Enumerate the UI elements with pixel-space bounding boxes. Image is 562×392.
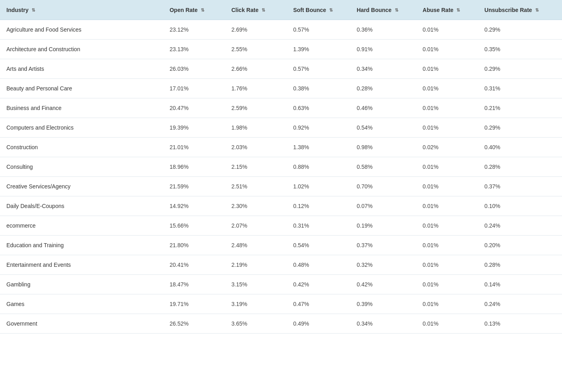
col-header-hard-bounce[interactable]: Hard Bounce ⇅ <box>352 0 418 20</box>
table-row: ecommerce15.66%2.07%0.31%0.19%0.01%0.24% <box>0 216 562 236</box>
cell-industry-4: Business and Finance <box>0 98 165 118</box>
cell-industry-2: Arts and Artists <box>0 59 165 79</box>
cell-industry-12: Entertainment and Events <box>0 255 165 275</box>
cell-unsubscribeRate-13: 0.14% <box>480 275 562 294</box>
cell-abuseRate-14: 0.01% <box>418 294 480 314</box>
col-label-soft-bounce: Soft Bounce <box>293 7 326 13</box>
col-header-open-rate[interactable]: Open Rate ⇅ <box>165 0 226 20</box>
table-row: Arts and Artists26.03%2.66%0.57%0.34%0.0… <box>0 59 562 79</box>
cell-abuseRate-4: 0.01% <box>418 98 480 118</box>
sort-icon-soft-bounce: ⇅ <box>329 8 333 13</box>
cell-abuseRate-0: 0.01% <box>418 20 480 40</box>
cell-hardBounce-3: 0.28% <box>352 79 418 98</box>
cell-unsubscribeRate-7: 0.28% <box>480 157 562 177</box>
cell-clickRate-0: 2.69% <box>226 20 288 40</box>
cell-openRate-15: 26.52% <box>165 314 226 334</box>
table-row: Games19.71%3.19%0.47%0.39%0.01%0.24% <box>0 294 562 314</box>
cell-industry-10: ecommerce <box>0 216 165 236</box>
cell-openRate-3: 17.01% <box>165 79 226 98</box>
cell-openRate-5: 19.39% <box>165 118 226 138</box>
industry-stats-table: Industry ⇅ Open Rate ⇅ Click Rate ⇅ Soft… <box>0 0 562 334</box>
cell-softBounce-7: 0.88% <box>288 157 352 177</box>
cell-abuseRate-2: 0.01% <box>418 59 480 79</box>
cell-hardBounce-2: 0.34% <box>352 59 418 79</box>
cell-hardBounce-0: 0.36% <box>352 20 418 40</box>
cell-unsubscribeRate-14: 0.24% <box>480 294 562 314</box>
cell-unsubscribeRate-11: 0.20% <box>480 236 562 255</box>
sort-icon-hard-bounce: ⇅ <box>395 8 398 13</box>
cell-clickRate-8: 2.51% <box>226 177 288 196</box>
cell-hardBounce-15: 0.34% <box>352 314 418 334</box>
cell-industry-14: Games <box>0 294 165 314</box>
cell-unsubscribeRate-1: 0.35% <box>480 40 562 59</box>
cell-industry-9: Daily Deals/E-Coupons <box>0 196 165 216</box>
cell-unsubscribeRate-4: 0.21% <box>480 98 562 118</box>
cell-openRate-8: 21.59% <box>165 177 226 196</box>
col-label-click-rate: Click Rate <box>231 7 258 13</box>
table-header-row: Industry ⇅ Open Rate ⇅ Click Rate ⇅ Soft… <box>0 0 562 20</box>
col-header-soft-bounce[interactable]: Soft Bounce ⇅ <box>288 0 352 20</box>
cell-openRate-2: 26.03% <box>165 59 226 79</box>
cell-abuseRate-6: 0.02% <box>418 138 480 157</box>
cell-hardBounce-13: 0.42% <box>352 275 418 294</box>
cell-clickRate-5: 1.98% <box>226 118 288 138</box>
cell-clickRate-2: 2.66% <box>226 59 288 79</box>
cell-softBounce-6: 1.38% <box>288 138 352 157</box>
cell-hardBounce-9: 0.07% <box>352 196 418 216</box>
table-row: Architecture and Construction23.13%2.55%… <box>0 40 562 59</box>
col-label-open-rate: Open Rate <box>170 7 198 13</box>
cell-industry-0: Agriculture and Food Services <box>0 20 165 40</box>
table-row: Consulting18.96%2.15%0.88%0.58%0.01%0.28… <box>0 157 562 177</box>
cell-unsubscribeRate-2: 0.29% <box>480 59 562 79</box>
cell-industry-7: Consulting <box>0 157 165 177</box>
cell-softBounce-8: 1.02% <box>288 177 352 196</box>
cell-softBounce-14: 0.47% <box>288 294 352 314</box>
cell-industry-11: Education and Training <box>0 236 165 255</box>
cell-hardBounce-6: 0.98% <box>352 138 418 157</box>
sort-icon-click-rate: ⇅ <box>262 8 265 13</box>
cell-openRate-0: 23.12% <box>165 20 226 40</box>
cell-softBounce-9: 0.12% <box>288 196 352 216</box>
col-label-hard-bounce: Hard Bounce <box>357 7 392 13</box>
col-header-click-rate[interactable]: Click Rate ⇅ <box>226 0 288 20</box>
cell-clickRate-3: 1.76% <box>226 79 288 98</box>
cell-softBounce-13: 0.42% <box>288 275 352 294</box>
cell-hardBounce-8: 0.70% <box>352 177 418 196</box>
cell-abuseRate-1: 0.01% <box>418 40 480 59</box>
col-label-unsubscribe-rate: Unsubscribe Rate <box>484 7 532 13</box>
cell-unsubscribeRate-3: 0.31% <box>480 79 562 98</box>
cell-unsubscribeRate-12: 0.28% <box>480 255 562 275</box>
cell-unsubscribeRate-9: 0.10% <box>480 196 562 216</box>
cell-industry-6: Construction <box>0 138 165 157</box>
cell-softBounce-12: 0.48% <box>288 255 352 275</box>
cell-clickRate-13: 3.15% <box>226 275 288 294</box>
col-header-abuse-rate[interactable]: Abuse Rate ⇅ <box>418 0 480 20</box>
cell-softBounce-5: 0.92% <box>288 118 352 138</box>
col-label-abuse-rate: Abuse Rate <box>423 7 454 13</box>
cell-hardBounce-4: 0.46% <box>352 98 418 118</box>
cell-abuseRate-11: 0.01% <box>418 236 480 255</box>
cell-hardBounce-1: 0.91% <box>352 40 418 59</box>
cell-clickRate-4: 2.59% <box>226 98 288 118</box>
col-header-industry[interactable]: Industry ⇅ <box>0 0 165 20</box>
cell-openRate-7: 18.96% <box>165 157 226 177</box>
cell-softBounce-0: 0.57% <box>288 20 352 40</box>
cell-clickRate-1: 2.55% <box>226 40 288 59</box>
col-header-unsubscribe-rate[interactable]: Unsubscribe Rate ⇅ <box>480 0 562 20</box>
cell-openRate-10: 15.66% <box>165 216 226 236</box>
cell-clickRate-14: 3.19% <box>226 294 288 314</box>
cell-unsubscribeRate-0: 0.29% <box>480 20 562 40</box>
table-row: Daily Deals/E-Coupons14.92%2.30%0.12%0.0… <box>0 196 562 216</box>
cell-softBounce-10: 0.31% <box>288 216 352 236</box>
cell-openRate-14: 19.71% <box>165 294 226 314</box>
cell-softBounce-2: 0.57% <box>288 59 352 79</box>
cell-clickRate-9: 2.30% <box>226 196 288 216</box>
cell-clickRate-12: 2.19% <box>226 255 288 275</box>
cell-abuseRate-7: 0.01% <box>418 157 480 177</box>
cell-unsubscribeRate-6: 0.40% <box>480 138 562 157</box>
cell-softBounce-11: 0.54% <box>288 236 352 255</box>
cell-hardBounce-5: 0.54% <box>352 118 418 138</box>
table-row: Agriculture and Food Services23.12%2.69%… <box>0 20 562 40</box>
cell-softBounce-1: 1.39% <box>288 40 352 59</box>
cell-softBounce-15: 0.49% <box>288 314 352 334</box>
